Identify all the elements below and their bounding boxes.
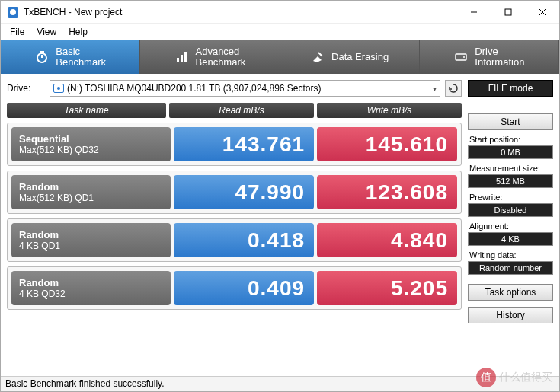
app-window: TxBENCH - New project File View Help Bas… [0,0,560,392]
align-label: Alignment: [468,221,553,231]
task-top: Random [19,277,163,288]
wdata-value[interactable]: Random number [468,261,553,275]
drive-label: Drive: [7,83,45,94]
task-cell: Random4 KB QD32 [11,271,171,305]
read-cell: 47.990 [174,175,314,209]
task-top: Random [19,229,163,241]
write-cell: 145.610 [317,127,457,161]
history-button[interactable]: History [468,307,553,323]
table-row: Random4 KB QD10.4184.840 [7,218,462,262]
write-cell: 123.608 [317,175,457,209]
msize-value[interactable]: 512 MB [468,174,553,188]
task-sub: 4 KB QD32 [19,288,163,299]
header-task: Task name [7,103,166,118]
watermark: 值 什么值得买 [476,368,552,387]
tab-advanced-benchmark[interactable]: Advanced Benchmark [140,40,280,74]
side-panel: FILE mode Start Start position: 0 MB Mea… [468,80,553,374]
prewrite-value[interactable]: Disabled [468,203,553,217]
table-row: RandomMax(512 KB) QD147.990123.608 [7,171,462,214]
task-cell: RandomMax(512 KB) QD1 [11,175,171,209]
read-cell: 0.418 [174,223,314,257]
task-sub: Max(512 KB) QD1 [19,193,163,203]
menu-file[interactable]: File [4,25,30,39]
svg-point-13 [463,56,465,58]
task-cell: Random4 KB QD1 [11,223,171,257]
tab-advanced-label: Advanced Benchmark [196,46,246,69]
write-cell: 5.205 [317,271,457,305]
header-write: Write mB/s [317,103,462,118]
read-cell: 143.761 [174,127,314,161]
table-header: Task name Read mB/s Write mB/s [7,103,462,118]
start-button[interactable]: Start [468,113,553,130]
msize-label: Measurement size: [468,164,553,173]
tab-data-erasing[interactable]: Data Erasing [280,40,420,74]
hdd-icon [53,84,64,93]
table-row: SequentialMax(512 KB) QD32143.761145.610 [7,123,462,166]
watermark-text: 什么值得买 [499,371,552,384]
table-row: Random4 KB QD320.4095.205 [7,266,462,310]
refresh-icon [448,83,459,94]
tab-basic-label: Basic Benchmark [56,46,106,69]
task-sub: 4 KB QD1 [19,241,163,251]
tab-drive-information[interactable]: Drive Information [420,40,559,74]
task-top: Random [19,181,163,193]
watermark-icon: 值 [476,368,496,387]
write-cell: 4.840 [317,223,457,257]
app-icon [7,6,19,18]
task-sub: Max(512 KB) QD32 [19,145,163,155]
align-value[interactable]: 4 KB [468,232,553,246]
svg-rect-3 [505,9,511,15]
read-cell: 0.409 [174,271,314,305]
tab-erasing-label: Data Erasing [331,52,389,62]
task-options-button[interactable]: Task options [468,284,553,301]
maximize-button[interactable] [491,1,525,23]
refresh-button[interactable] [445,80,462,97]
menu-help[interactable]: Help [62,25,94,39]
window-title: TxBENCH - New project [24,7,456,18]
menubar: File View Help [1,24,559,40]
prewrite-label: Prewrite: [468,193,553,202]
bars-icon [174,49,190,65]
startpos-label: Start position: [468,135,553,144]
close-button[interactable] [525,1,559,23]
minimize-button[interactable] [456,1,491,23]
svg-point-1 [10,9,16,15]
tabbar: Basic Benchmark Advanced Benchmark Data … [1,40,559,74]
header-read: Read mB/s [169,103,314,118]
titlebar: TxBENCH - New project [1,1,559,24]
wdata-label: Writing data: [468,250,553,260]
drive-value: (N:) TOSHIBA MQ04UBD200 1.81 TB (3,907,0… [67,83,322,94]
erase-icon [310,49,325,65]
drive-select[interactable]: (N:) TOSHIBA MQ04UBD200 1.81 TB (3,907,0… [50,80,440,97]
svg-rect-10 [181,55,183,62]
file-mode-button[interactable]: FILE mode [468,80,553,97]
svg-rect-11 [184,52,187,62]
stopwatch-icon [34,49,50,65]
tab-driveinfo-label: Drive Information [475,46,524,69]
startpos-value[interactable]: 0 MB [468,145,553,159]
task-cell: SequentialMax(512 KB) QD32 [11,127,171,161]
chevron-down-icon: ▾ [433,84,437,93]
task-top: Sequential [19,133,163,145]
menu-view[interactable]: View [30,25,62,39]
svg-rect-9 [177,58,179,62]
drive-icon [453,49,469,65]
tab-basic-benchmark[interactable]: Basic Benchmark [1,40,140,74]
